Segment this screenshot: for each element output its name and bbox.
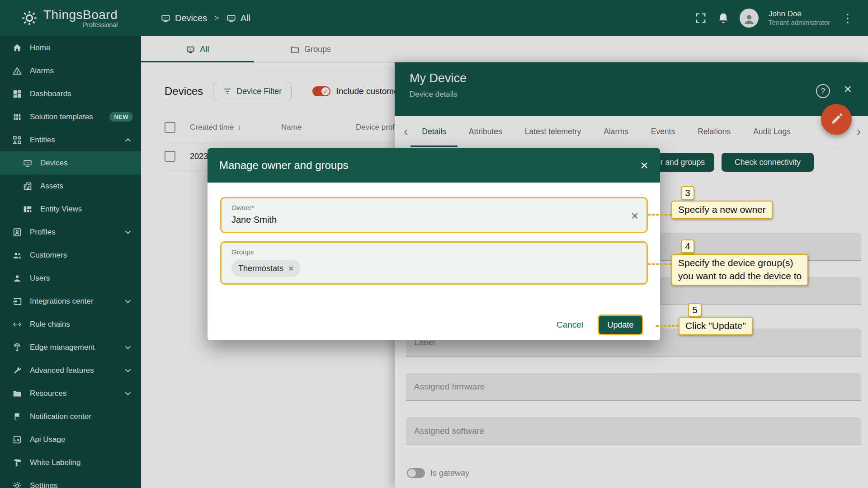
groups-field[interactable]: Groups Thermostats × bbox=[220, 241, 648, 285]
group-chip[interactable]: Thermostats × bbox=[231, 260, 301, 277]
update-button[interactable]: Update bbox=[598, 314, 643, 335]
app-root: ThingsBoard Professional Devices > All bbox=[0, 0, 868, 488]
connector-line bbox=[656, 325, 679, 327]
step-number-badge: 5 bbox=[688, 303, 702, 317]
owner-field-value[interactable]: Jane Smith bbox=[231, 215, 622, 225]
step-number-badge: 3 bbox=[681, 186, 694, 200]
cancel-button[interactable]: Cancel bbox=[554, 319, 586, 330]
group-chip-label: Thermostats bbox=[238, 264, 283, 273]
connector-line bbox=[648, 214, 671, 216]
clear-icon[interactable]: × bbox=[631, 210, 638, 222]
connector-line bbox=[648, 263, 671, 265]
owner-field-label: Owner* bbox=[231, 204, 622, 211]
dialog-body: Owner* Jane Smith × Groups Thermostats ×… bbox=[208, 183, 660, 335]
manage-owner-groups-dialog: Manage owner and groups × Owner* Jane Sm… bbox=[208, 148, 660, 340]
callout-step-3: Specify a new owner bbox=[671, 201, 773, 219]
dialog-title: Manage owner and groups bbox=[219, 159, 349, 172]
step-number-badge: 4 bbox=[681, 239, 694, 253]
dialog-header: Manage owner and groups × bbox=[208, 148, 660, 183]
owner-field[interactable]: Owner* Jane Smith × bbox=[220, 197, 648, 233]
chip-remove-icon[interactable]: × bbox=[288, 264, 294, 273]
groups-field-label: Groups bbox=[231, 248, 637, 256]
dialog-footer: Cancel Update bbox=[220, 314, 648, 335]
callout-step-5: Click "Update" bbox=[679, 317, 753, 335]
close-icon[interactable]: × bbox=[640, 159, 648, 172]
callout-step-4: Specify the device group(s) you want to … bbox=[671, 254, 808, 286]
